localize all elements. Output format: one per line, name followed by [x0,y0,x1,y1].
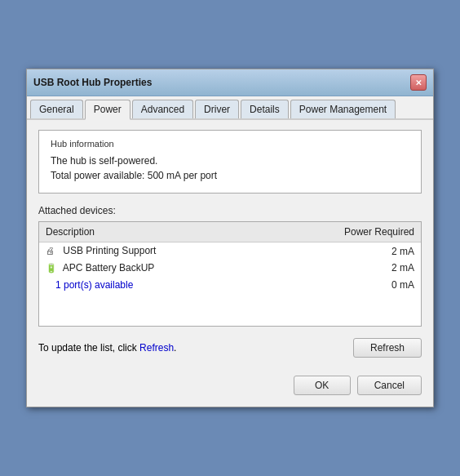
refresh-hint: To update the list, click Refresh. [38,342,176,354]
close-button[interactable]: ✕ [410,74,427,91]
device-description: 1 port(s) available [39,277,268,293]
cancel-button[interactable]: Cancel [357,376,422,395]
tab-details[interactable]: Details [241,100,289,118]
usb-icon: 🖨 [46,246,57,257]
apc-icon: 🔋 [46,263,57,274]
devices-table-wrap: Description Power Required 🖨 USB Printin… [38,221,422,327]
device-power: 2 mA [268,242,421,260]
tab-power-management[interactable]: Power Management [290,100,396,118]
title-bar: USB Root Hub Properties ✕ [27,69,433,96]
hub-total-power-text: Total power available: 500 mA per port [51,170,409,181]
dialog-title: USB Root Hub Properties [33,77,152,88]
tab-driver[interactable]: Driver [195,100,239,118]
device-power: 2 mA [268,260,421,277]
ok-button[interactable]: OK [294,376,351,395]
table-row: 🔋 APC Battery BackUP 2 mA [39,260,421,277]
dialog-window: USB Root Hub Properties ✕ General Power … [26,69,434,407]
hub-info-title: Hub information [51,139,409,149]
tab-general[interactable]: General [30,100,83,118]
refresh-button[interactable]: Refresh [353,338,422,358]
device-power: 0 mA [268,277,421,293]
col-description-header: Description [39,222,268,242]
tab-power[interactable]: Power [85,100,130,120]
col-power-header: Power Required [268,222,421,242]
device-description: 🔋 APC Battery BackUP [39,260,268,277]
dialog-footer: OK Cancel [27,376,433,407]
refresh-row: To update the list, click Refresh. Refre… [38,338,422,358]
table-row: 🖨 USB Printing Support 2 mA [39,242,421,260]
hub-self-powered-text: The hub is self-powered. [51,155,409,167]
device-description: 🖨 USB Printing Support [39,242,268,260]
hub-info-box: Hub information The hub is self-powered.… [38,130,422,194]
attached-devices-label: Attached devices: [38,205,422,216]
devices-table: Description Power Required 🖨 USB Printin… [39,222,421,293]
tabs-bar: General Power Advanced Driver Details Po… [27,96,433,120]
table-row: 1 port(s) available 0 mA [39,277,421,293]
refresh-link-text: Refresh [139,342,174,354]
tab-advanced[interactable]: Advanced [132,100,193,118]
empty-space [39,293,421,326]
tab-content: Hub information The hub is self-powered.… [27,120,433,376]
